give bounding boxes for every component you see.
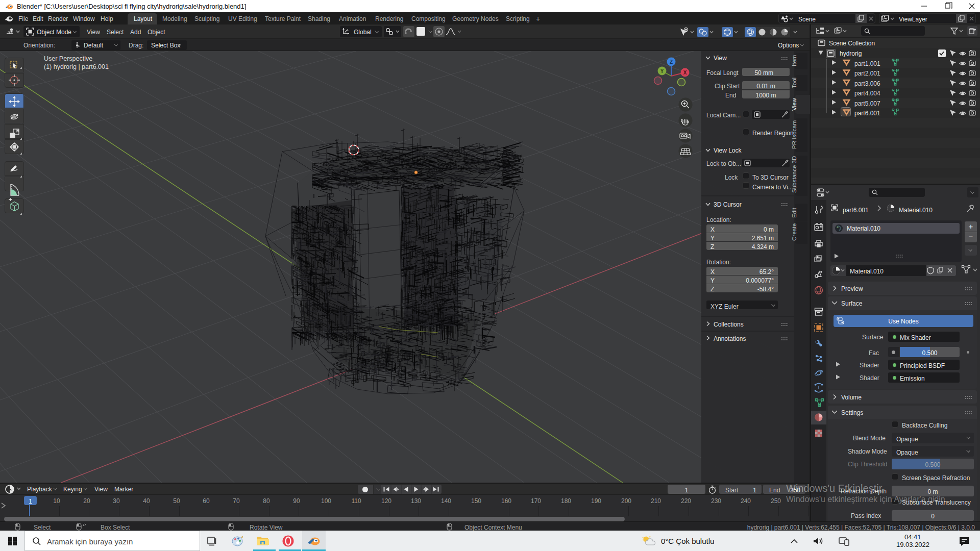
svg-text:X: X	[683, 70, 687, 76]
svg-text:Z: Z	[670, 59, 673, 65]
svg-text:Y: Y	[660, 68, 664, 74]
